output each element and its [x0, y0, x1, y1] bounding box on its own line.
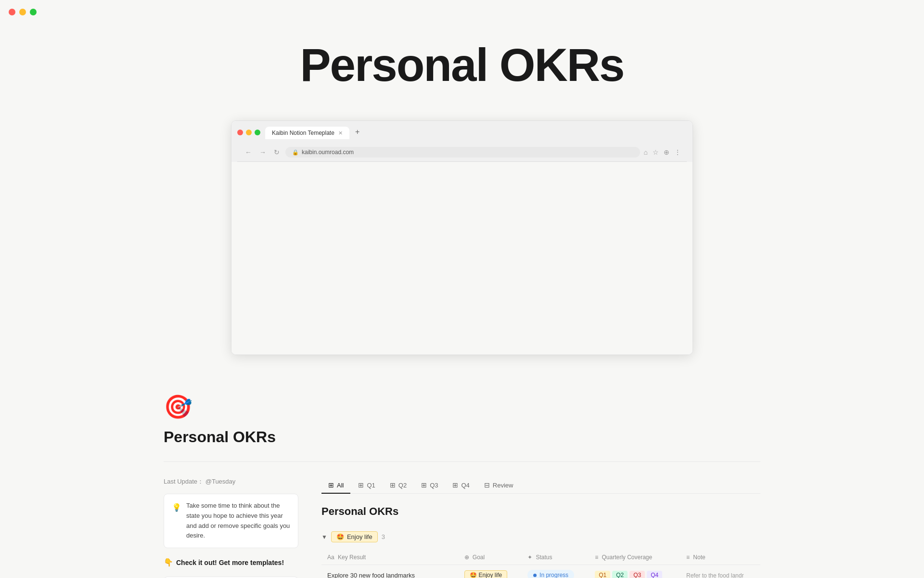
check-link-text: Check it out! Get more templates! [176, 559, 284, 566]
browser-menu-icon[interactable]: ⋮ [674, 148, 681, 156]
browser-back-btn[interactable]: ← [243, 147, 254, 157]
browser-content [231, 162, 693, 355]
col-key-result-label: Key Result [338, 554, 366, 561]
col-header-status: ✦ Status [522, 550, 589, 565]
browser-reload-btn[interactable]: ↻ [272, 147, 282, 157]
browser-light-red[interactable] [237, 130, 243, 135]
browser-tab-label: Kaibin Notion Temeplate [272, 130, 334, 136]
okr-table-enjoy-life: Aa Key Result ⊕ Goal ✦ Status [321, 550, 760, 578]
tabs: ⊞ All ⊞ Q1 ⊞ Q2 ⊞ Q3 [321, 477, 760, 494]
row-note-1: Refer to the food landr [680, 565, 760, 578]
status-dot-1 [533, 574, 537, 577]
tip-icon: 💡 [172, 501, 181, 541]
main-content: ⊞ All ⊞ Q1 ⊞ Q2 ⊞ Q3 [321, 477, 760, 578]
tab-q4-label: Q4 [461, 482, 469, 489]
col-header-goal: ⊕ Goal [459, 550, 522, 565]
tab-q2[interactable]: ⊞ Q2 [383, 477, 413, 494]
browser-url-box[interactable]: 🔒 kaibin.oumroad.com [285, 147, 640, 158]
browser-chrome: Kaibin Notion Temeplate ✕ + ← → ↻ 🔒 kaib… [231, 121, 693, 162]
tab-q3[interactable]: ⊞ Q3 [414, 477, 445, 494]
row-goal-1: 🤩 Enjoy life [459, 565, 522, 578]
goal-badge-1: 🤩 Enjoy life [464, 570, 508, 578]
full-page: Kaibin Notion Temeplate ✕ + ← → ↻ 🔒 kaib… [0, 120, 924, 578]
okr-section-title: Personal OKRs [321, 505, 760, 518]
tab-review[interactable]: ⊟ Review [477, 477, 520, 494]
goal-badge-1-emoji: 🤩 [470, 572, 477, 578]
q2-badge-1: Q2 [612, 571, 628, 578]
tab-q1-label: Q1 [367, 482, 375, 489]
group-enjoy-life[interactable]: ▼ 🤩 Enjoy life 3 [321, 527, 760, 546]
col-key-result-icon: Aa [327, 554, 334, 561]
tab-q3-icon: ⊞ [421, 481, 427, 489]
tab-q4-icon: ⊞ [452, 481, 458, 489]
last-update-label: Last Update： [164, 478, 204, 485]
col-quarterly-icon: ≡ [595, 554, 598, 561]
page-title: Personal OKRs [164, 428, 760, 446]
tab-all-label: All [337, 482, 344, 489]
col-quarterly-label: Quarterly Coverage [602, 554, 653, 561]
tab-all[interactable]: ⊞ All [321, 477, 350, 494]
page-body: Kaibin Notion Temeplate ✕ + ← → ↻ 🔒 kaib… [125, 120, 799, 578]
browser-forward-btn[interactable]: → [257, 147, 268, 157]
browser-tab-add[interactable]: + [351, 126, 363, 138]
traffic-light-green[interactable] [30, 9, 37, 15]
page-divider [164, 461, 760, 462]
col-header-quarterly: ≡ Quarterly Coverage [589, 550, 680, 565]
col-goal-label: Goal [473, 554, 485, 561]
browser-light-yellow[interactable] [246, 130, 252, 135]
tab-all-icon: ⊞ [328, 481, 334, 489]
group-enjoy-life-emoji: 🤩 [336, 533, 344, 540]
browser-action-icons: ⌂ ☆ ⊕ ⋮ [644, 148, 681, 156]
hero-title: Personal OKRs [0, 0, 924, 120]
tab-review-icon: ⊟ [484, 481, 490, 489]
browser-tab-close[interactable]: ✕ [338, 130, 343, 136]
page-icon: 🎯 [164, 394, 760, 420]
browser-notion-page [231, 162, 693, 185]
tab-q2-label: Q2 [398, 482, 407, 489]
traffic-light-red[interactable] [9, 9, 15, 15]
tab-q1[interactable]: ⊞ Q1 [351, 477, 382, 494]
col-note-label: Note [693, 554, 705, 561]
browser-tab-bar: Kaibin Notion Temeplate ✕ + [265, 126, 363, 139]
traffic-light-yellow[interactable] [19, 9, 26, 15]
q3-badge-1: Q3 [629, 571, 645, 578]
col-header-key-result: Aa Key Result [321, 550, 459, 565]
tab-q2-icon: ⊞ [390, 481, 396, 489]
check-link-icon: 👇 [164, 558, 173, 567]
browser-address-bar: ← → ↻ 🔒 kaibin.oumroad.com ⌂ ☆ ⊕ ⋮ [237, 143, 687, 162]
last-update-value: @Tuesday [205, 478, 236, 485]
browser-url-text: kaibin.oumroad.com [302, 149, 354, 156]
tab-review-label: Review [493, 482, 513, 489]
tip-text: Take some time to think about the state … [186, 501, 290, 541]
status-text-1: In progress [539, 572, 568, 578]
group-enjoy-life-chevron: ▼ [321, 534, 327, 540]
status-badge-1: In progress [527, 570, 574, 578]
row-quarters-1: Q1 Q2 Q3 Q4 [589, 565, 680, 578]
window-traffic-lights [9, 9, 37, 15]
goal-badge-1-text: Enjoy life [479, 572, 502, 578]
col-status-icon: ✦ [527, 554, 532, 561]
two-col-layout: Last Update： @Tuesday 💡 Take some time t… [164, 477, 760, 578]
col-note-icon: ≡ [686, 554, 690, 561]
q1-badge-1: Q1 [595, 571, 610, 578]
browser-lights [237, 130, 260, 135]
tab-q3-label: Q3 [430, 482, 438, 489]
browser-light-green[interactable] [255, 130, 260, 135]
tip-box: 💡 Take some time to think about the stat… [164, 494, 298, 548]
browser-lock-icon: 🔒 [292, 149, 299, 156]
group-enjoy-life-badge: 🤩 Enjoy life [331, 531, 378, 542]
browser-home-icon[interactable]: ⌂ [644, 148, 648, 156]
browser-tab[interactable]: Kaibin Notion Temeplate ✕ [265, 127, 349, 139]
col-header-note: ≡ Note [680, 550, 760, 565]
q4-badge-1: Q4 [647, 571, 662, 578]
group-enjoy-life-name: Enjoy life [347, 533, 372, 540]
note-text-1: Refer to the food landr [686, 572, 744, 578]
table-row[interactable]: Explore 30 new food landmarks 🤩 Enjoy li… [321, 565, 760, 578]
tab-q4[interactable]: ⊞ Q4 [446, 477, 476, 494]
browser-mockup: Kaibin Notion Temeplate ✕ + ← → ↻ 🔒 kaib… [231, 120, 693, 355]
col-status-label: Status [536, 554, 552, 561]
check-link[interactable]: 👇 Check it out! Get more templates! [164, 558, 298, 567]
quarter-badges-1: Q1 Q2 Q3 Q4 [595, 571, 675, 578]
browser-star-icon[interactable]: ☆ [653, 148, 659, 156]
browser-extensions-icon[interactable]: ⊕ [664, 148, 669, 156]
